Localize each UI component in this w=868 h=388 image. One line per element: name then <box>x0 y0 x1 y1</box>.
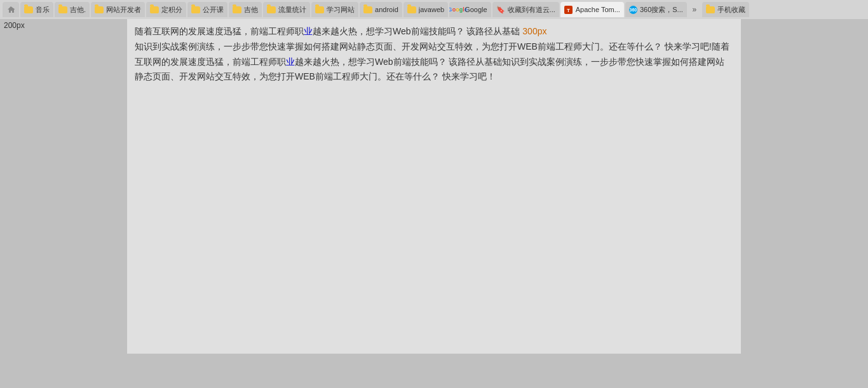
sidebar-width-label: 200px <box>0 18 29 32</box>
tab-learn[interactable]: 学习网站 <box>311 2 358 17</box>
content-text-1: 随着互联网的发展速度迅猛，前端工程师职 <box>135 26 304 36</box>
tab-learn-label: 学习网站 <box>327 5 355 15</box>
tomcat-icon: T <box>564 5 573 14</box>
tab-mobile[interactable]: 手机收藏 <box>702 2 749 17</box>
tab-jifen-label: 定积分 <box>161 5 182 15</box>
tab-jihe1[interactable]: 吉他. <box>55 2 90 17</box>
tab-public-label: 公开课 <box>203 5 224 15</box>
folder-icon-javaweb <box>407 6 416 13</box>
content-highlight-2: 业 <box>286 57 295 67</box>
folder-icon-jifen <box>150 6 159 13</box>
folder-icon-music <box>24 6 33 13</box>
tab-jihe2[interactable]: 吉他 <box>229 2 262 17</box>
tab-javaweb[interactable]: javaweb <box>403 2 448 17</box>
folder-icon-webdev <box>95 6 104 13</box>
folder-icon-mobile <box>706 6 715 13</box>
left-sidebar: 200px <box>0 19 127 354</box>
tab-webdev-label: 网站开发者 <box>106 5 141 15</box>
home-tab-icon <box>6 5 15 14</box>
tab-tomcat-label: Apache Tom... <box>576 6 620 13</box>
folder-icon-learn <box>315 6 324 13</box>
right-sidebar <box>741 19 868 354</box>
folder-icon-traffic <box>267 6 276 13</box>
tab-jifen[interactable]: 定积分 <box>146 2 186 17</box>
tab-android-label: android <box>375 6 398 13</box>
tab-360-label: 360搜索，S... <box>640 5 683 15</box>
main-content: 随着互联网的发展速度迅猛，前端工程师职业越来越火热，想学习Web前端技能吗？ 该… <box>127 19 741 354</box>
tab-public[interactable]: 公开课 <box>187 2 227 17</box>
content-paragraph: 随着互联网的发展速度迅猛，前端工程师职业越来越火热，想学习Web前端技能吗？ 该… <box>135 24 733 85</box>
tab-bar: 音乐 吉他. 网站开发者 定积分 公开课 吉他 流量 <box>0 0 868 19</box>
tab-music-label: 音乐 <box>36 5 50 15</box>
tab-music[interactable]: 音乐 <box>20 2 53 17</box>
tab-google-label: Google <box>465 6 487 13</box>
tab-jihe2-label: 吉他 <box>244 5 258 15</box>
page-area: 200px 随着互联网的发展速度迅猛，前端工程师职业越来越火热，想学习Web前端… <box>0 19 868 354</box>
tab-traffic-label: 流量统计 <box>278 5 306 15</box>
svg-text:T: T <box>567 8 570 13</box>
content-highlight-1: 业 <box>304 26 313 36</box>
tab-tomcat[interactable]: T Apache Tom... <box>560 2 624 17</box>
tab-javaweb-label: javaweb <box>419 6 444 13</box>
content-text-2: 越来越火热，想学习Web前端技能吗？ 该路径从基础 <box>313 26 520 36</box>
content-px-marker: 300px <box>520 26 546 36</box>
tab-collect[interactable]: 🔖 收藏到有道云... <box>492 2 559 17</box>
folder-icon-android <box>363 6 372 13</box>
folder-icon-jihe1 <box>58 6 67 13</box>
google-icon: Google <box>453 5 462 14</box>
tab-jihe1-label: 吉他. <box>70 5 86 15</box>
tab-home[interactable] <box>3 2 19 17</box>
tab-android[interactable]: android <box>360 2 402 17</box>
tab-traffic[interactable]: 流量统计 <box>263 2 310 17</box>
tab-mobile-label: 手机收藏 <box>717 5 745 15</box>
tab-google[interactable]: Google Google <box>449 2 491 17</box>
folder-icon-jihe2 <box>233 6 241 13</box>
folder-icon-public <box>191 6 200 13</box>
more-tabs-button[interactable]: » <box>688 3 701 16</box>
bookmark-icon: 🔖 <box>496 5 505 14</box>
icon-360: 360 <box>629 6 637 14</box>
tab-collect-label: 收藏到有道云... <box>508 5 555 15</box>
tab-360[interactable]: 360 360搜索，S... <box>625 2 687 17</box>
tab-webdev[interactable]: 网站开发者 <box>91 2 145 17</box>
